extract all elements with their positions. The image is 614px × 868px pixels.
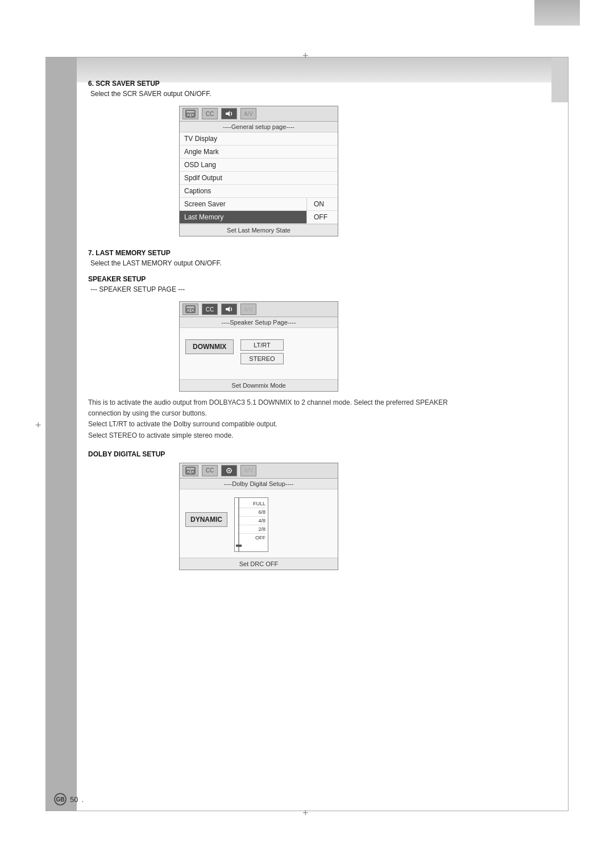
svg-point-15 [229, 470, 230, 471]
menu-row-captions: Captions [180, 185, 338, 198]
speaker-icon-av: A/V [240, 304, 256, 315]
speaker-option-stereo[interactable]: STEREO [240, 353, 283, 364]
dolby-heading: DOLBY DIGITAL SETUP [88, 450, 546, 458]
dolby-menu-panel: CC A/V ----Dolby Digital Setup---- DYNAM… [179, 463, 338, 570]
speaker-icon-cc-active: CC [202, 304, 218, 315]
icon-cc: CC [202, 108, 218, 119]
speaker-options: LT/RT STEREO [240, 339, 283, 371]
dolby-content: DYNAMIC FULL 6/8 4/8 2/8 OFF [180, 489, 338, 558]
dolby-panel-header: CC A/V [180, 463, 338, 479]
desc-line2: connection by using the cursor buttons. [88, 408, 546, 419]
sidebar-bar [45, 57, 77, 811]
svg-point-12 [192, 470, 194, 473]
dolby-section: DOLBY DIGITAL SETUP [88, 450, 546, 458]
desc-line1: This is to activate the audio output fro… [88, 397, 546, 408]
dolby-menu-footer: Set DRC OFF [180, 558, 338, 570]
reg-mark-bottom [301, 808, 313, 820]
dynamic-button[interactable]: DYNAMIC [185, 512, 227, 527]
icon-setup: A/V [240, 108, 256, 119]
svg-point-7 [192, 309, 194, 312]
drc-scale: FULL 6/8 4/8 2/8 OFF [234, 497, 268, 552]
svg-marker-9 [226, 306, 230, 312]
dolby-icon-av: A/V [240, 465, 256, 476]
drc-slider-track [238, 498, 239, 551]
menu-row-last-memory: Last Memory OFF [180, 211, 338, 224]
reg-mark-left [34, 421, 45, 432]
drc-scale-28: 2/8 [237, 525, 265, 534]
menu-row-screen-saver: Screen Saver ON [180, 198, 338, 211]
page-number-container: GB 50. [54, 793, 84, 805]
svg-point-2 [192, 114, 194, 117]
general-menu-title: ----General setup page---- [180, 122, 338, 132]
main-content: 6. SCR SAVER SETUP Select the SCR SAVER … [88, 80, 546, 576]
speaker-heading: SPEAKER SETUP [88, 275, 546, 283]
icon-tape [182, 108, 198, 119]
scr-saver-section: 6. SCR SAVER SETUP Select the SCR SAVER … [88, 80, 546, 98]
page-border-right [568, 57, 569, 811]
top-banner-tab [534, 0, 580, 26]
svg-marker-4 [226, 111, 230, 117]
speaker-section: SPEAKER SETUP --- SPEAKER SETUP PAGE --- [88, 275, 546, 293]
general-menu-panel: CC A/V ----General setup page---- TV Dis… [179, 106, 338, 236]
last-memory-section: 7. LAST MEMORY SETUP Select the LAST MEM… [88, 249, 546, 267]
speaker-content: DOWNMIX LT/RT STEREO [180, 328, 338, 379]
drc-scale-off: OFF [237, 534, 265, 542]
drc-scale-full: FULL [237, 500, 265, 508]
speaker-icon-speaker [221, 304, 237, 315]
speaker-panel-header: CC A/V [180, 302, 338, 317]
downmix-button[interactable]: DOWNMIX [185, 339, 234, 354]
dolby-icon-cc: CC [202, 465, 218, 476]
dolby-icon-tape [182, 465, 198, 476]
menu-row-spdif: Spdif Output [180, 172, 338, 185]
speaker-description: This is to activate the audio output fro… [88, 397, 546, 441]
menu-panel-header: CC A/V [180, 106, 338, 122]
menu-row-tv-display: TV Display [180, 132, 338, 146]
reg-mark-top [301, 51, 313, 63]
icon-speaker-active [221, 108, 237, 119]
page-number-circle: GB [54, 793, 67, 805]
speaker-menu-footer: Set Downmix Mode [180, 379, 338, 391]
drc-scale-48: 4/8 [237, 517, 265, 525]
menu-row-angle-mark: Angle Mark [180, 146, 338, 159]
speaker-sub: --- SPEAKER SETUP PAGE --- [88, 285, 546, 293]
dolby-icon-dolby [221, 465, 237, 476]
desc-line3: Select LT/RT to activate the Dolby surro… [88, 419, 546, 430]
dolby-menu-title: ----Dolby Digital Setup---- [180, 479, 338, 489]
scr-saver-heading: 6. SCR SAVER SETUP [88, 80, 546, 88]
speaker-icon-tape [182, 304, 198, 315]
last-memory-description: Select the LAST MEMORY output ON/OFF. [88, 259, 546, 267]
page-border-left [45, 57, 46, 811]
drc-slider-thumb [236, 545, 242, 547]
speaker-option-ltrt[interactable]: LT/RT [240, 339, 283, 351]
right-strip [551, 57, 569, 102]
general-menu-footer: Set Last Memory State [180, 224, 338, 236]
speaker-menu-title: ----Speaker Setup Page---- [180, 317, 338, 328]
menu-row-osd-lang: OSD Lang [180, 159, 338, 172]
svg-point-6 [187, 309, 190, 312]
svg-point-1 [187, 114, 190, 117]
desc-line4: Select STEREO to activate simple stereo … [88, 430, 546, 441]
last-memory-heading: 7. LAST MEMORY SETUP [88, 249, 546, 257]
scr-saver-description: Select the SCR SAVER output ON/OFF. [88, 90, 546, 98]
drc-scale-68: 6/8 [237, 508, 265, 517]
page-number-text: 50 [70, 795, 78, 804]
speaker-menu-panel: CC A/V ----Speaker Setup Page---- DOWNMI… [179, 301, 338, 392]
svg-point-11 [187, 470, 190, 473]
